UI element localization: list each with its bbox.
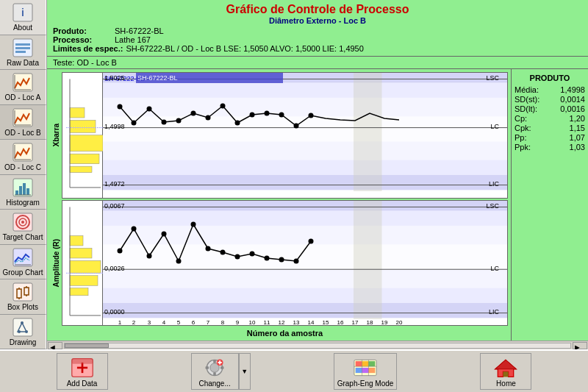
svg-rect-154 — [362, 361, 369, 366]
sidebar-item-odlocc[interactable]: OD - Loc C — [0, 140, 46, 175]
stat-value: 1,07 — [570, 133, 585, 142]
sidebar-label-drawing: Drawing — [10, 338, 37, 346]
stat-value: 1,15 — [570, 124, 585, 132]
sidebar-item-rawdata[interactable]: Raw Data — [0, 35, 46, 71]
scroll-thumb[interactable] — [65, 343, 109, 348]
home-button[interactable]: Home — [480, 353, 531, 390]
svg-point-101 — [147, 253, 152, 258]
svg-text:LSC: LSC — [486, 202, 499, 210]
svg-point-103 — [176, 258, 182, 263]
stat-row: Pp:1,07 — [514, 133, 585, 142]
sidebar-item-about[interactable]: i About — [0, 0, 46, 35]
svg-rect-142 — [71, 358, 92, 363]
svg-point-24 — [21, 221, 24, 224]
svg-point-64 — [176, 118, 182, 124]
svg-rect-18 — [23, 183, 26, 195]
svg-point-112 — [309, 238, 314, 243]
stat-label: Cpk: — [514, 124, 531, 132]
svg-text:1,5025: 1,5025 — [104, 74, 125, 82]
main-title: Gráfico de Controle de Processo — [53, 3, 582, 16]
svg-point-105 — [206, 246, 211, 251]
svg-text:16: 16 — [337, 318, 344, 325]
boxplots-icon — [11, 282, 35, 302]
svg-text:18: 18 — [367, 318, 373, 325]
svg-rect-4 — [15, 47, 30, 49]
scroll-right-btn[interactable]: ► — [573, 342, 587, 349]
groupchart-icon — [11, 247, 35, 268]
svg-point-70 — [265, 111, 270, 116]
xbar-chart-section: SH-67222-BL SH-67222-BL — [103, 73, 507, 198]
sidebar-item-odloca[interactable]: OD - Loc A — [0, 70, 46, 105]
sidebar-item-groupchart[interactable]: Group Chart — [0, 245, 46, 280]
stat-label: Cp: — [514, 114, 527, 123]
svg-text:1,4998: 1,4998 — [104, 123, 125, 130]
stat-row: SD(lt):0,0016 — [514, 104, 585, 113]
sidebar-item-odlocb[interactable]: OD - Loc B — [0, 105, 46, 140]
svg-text:LSC: LSC — [486, 74, 499, 82]
svg-text:LIC: LIC — [489, 180, 500, 188]
limits-value: SH-67222-BL / OD - Loc B LSE: 1,5050 ALV… — [126, 44, 363, 53]
change-label: Change... — [198, 379, 230, 388]
sidebar-label-about: About — [13, 24, 32, 32]
svg-text:0,0000: 0,0000 — [104, 308, 125, 316]
svg-rect-92 — [103, 269, 507, 288]
header: Gráfico de Controle de Processo Diâmetro… — [47, 0, 588, 57]
svg-text:i: i — [21, 7, 24, 18]
svg-rect-82 — [70, 260, 101, 273]
svg-rect-39 — [70, 154, 99, 164]
svg-rect-34 — [13, 318, 32, 336]
svg-text:14: 14 — [308, 318, 315, 325]
svg-text:10: 10 — [249, 318, 256, 325]
svg-point-102 — [162, 231, 167, 236]
amplitude-chart-wrapper: Amplitude (R) — [50, 200, 508, 327]
svg-text:4: 4 — [162, 318, 166, 325]
sidebar-item-drawing[interactable]: Drawing — [0, 315, 46, 350]
stat-label: Ppk: — [514, 143, 531, 152]
stats-title: PRODUTO — [514, 74, 585, 82]
scroll-track[interactable] — [64, 343, 571, 349]
svg-point-65 — [191, 111, 196, 116]
process-value: Lathe 167 — [115, 35, 151, 44]
svg-rect-40 — [70, 135, 103, 152]
svg-rect-17 — [19, 186, 22, 195]
limits-label: Limites de espec.: — [53, 44, 123, 53]
svg-point-62 — [147, 107, 152, 112]
add-data-icon — [71, 356, 94, 379]
svg-rect-153 — [356, 361, 362, 366]
add-data-button[interactable]: Add Data — [57, 353, 108, 390]
sidebar: i About Raw Data OD - Loc A — [0, 0, 47, 349]
svg-rect-50 — [103, 141, 507, 160]
change-button[interactable]: Change... — [191, 353, 239, 390]
stat-value: 1,03 — [570, 143, 585, 152]
svg-rect-38 — [70, 166, 92, 172]
dropdown-arrow-btn[interactable]: ▼ — [239, 353, 251, 390]
change-dropdown-arrow[interactable]: ▼ — [239, 353, 251, 390]
process-label: Processo: — [53, 35, 112, 44]
svg-text:SH-67222-BL: SH-67222-BL — [137, 74, 178, 82]
bottom-toolbar: Add Data Change... ▼ — [0, 349, 588, 392]
svg-rect-95 — [354, 201, 382, 319]
stat-label: SD(lt): — [514, 104, 537, 113]
horizontal-scrollbar[interactable]: ◄ ► — [47, 341, 588, 349]
histogram-icon — [11, 177, 35, 198]
graph-eng-button[interactable]: Graph-Eng Mode — [334, 353, 398, 390]
sidebar-item-boxplots[interactable]: Box Plots — [0, 279, 46, 315]
stat-value: 0,0014 — [560, 95, 585, 104]
sidebar-item-targetchart[interactable]: Target Chart — [0, 210, 46, 245]
test-bar: Teste: OD - Loc B — [47, 57, 588, 69]
rawdata-icon — [11, 38, 35, 58]
svg-point-73 — [309, 113, 314, 118]
svg-point-61 — [132, 121, 137, 126]
svg-rect-27 — [13, 283, 32, 301]
svg-point-68 — [235, 121, 240, 126]
svg-point-106 — [220, 249, 226, 254]
svg-rect-41 — [70, 120, 96, 132]
stat-value: 1,20 — [570, 114, 585, 123]
xbar-chart-inner: SH-67222-BL SH-67222-BL — [62, 72, 508, 199]
svg-rect-93 — [103, 288, 507, 302]
scroll-left-btn[interactable]: ◄ — [48, 342, 62, 349]
sidebar-item-histogram[interactable]: Histogram — [0, 175, 46, 210]
svg-rect-94 — [103, 302, 507, 317]
svg-text:0,0026: 0,0026 — [104, 264, 125, 271]
limits-row: Limites de espec.: SH-67222-BL / OD - Lo… — [53, 44, 582, 53]
